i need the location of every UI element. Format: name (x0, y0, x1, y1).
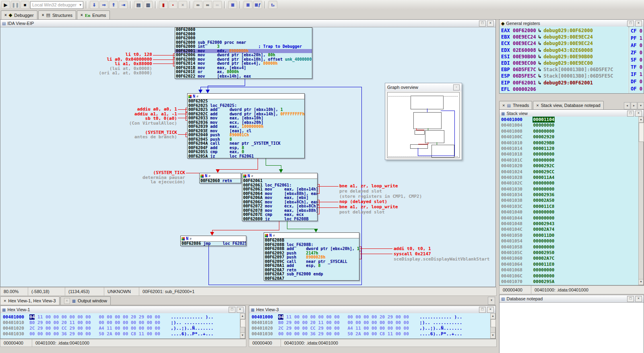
asm-line[interactable]: 00F620A7 (264, 277, 359, 281)
scroll-thumb[interactable] (639, 123, 644, 142)
register-row-esi[interactable]: ESI 00E90B00 ↳ debug029:00E90B00 (500, 53, 628, 60)
graph-node-b5[interactable]: N⇵00F62086 jmp loc_F62025 (180, 236, 246, 246)
stack-row[interactable]: 0040103C 000011C8 (501, 204, 638, 209)
stack-row[interactable]: 00401048 00002943 (501, 221, 638, 227)
graph-node-b2[interactable]: N⇵00F6202500F62025 loc_F62025:00F62025 a… (187, 93, 305, 158)
restore-button[interactable]: □ (627, 111, 634, 117)
hex-row[interactable]: 00401030 00 00 00 00 36 29 00 00 50 2A 0… (252, 331, 490, 337)
graph-node-b4[interactable]: N⇵00F6206100F62061 loc_F62061:00F62061 m… (242, 173, 318, 221)
registers-list[interactable]: EAX 00F62000 ↳ debug029:00F62000EBX 00E9… (500, 27, 628, 93)
stack-scrollbar[interactable]: ▲ ▼ (638, 117, 644, 285)
register-row-ebx[interactable]: EBX 00E9EC24 ↳ debug029:00E9EC24 (500, 34, 628, 40)
stack-row[interactable]: 00401014 00001120 (501, 146, 638, 152)
flag-row-zf[interactable]: ZF 0 (630, 49, 644, 56)
flag-row-sf[interactable]: SF 0 (630, 56, 644, 64)
asm-line[interactable]: 00F62080 jz loc_F6208B (242, 217, 317, 222)
tab-output-window[interactable]: × ▦ Output window (60, 296, 111, 305)
scroll-down-button[interactable]: ▼ (240, 332, 245, 338)
close-tab-icon[interactable]: × (536, 103, 539, 108)
asm-line[interactable]: 00F62022 mov [ebx+14h], eax (175, 74, 312, 79)
restore-button[interactable]: □ (627, 21, 634, 27)
scroll-up-button[interactable]: ▲ (240, 314, 245, 319)
scroll-up-button[interactable]: ▲ (639, 117, 643, 123)
tab-hex-views[interactable]: × Hex View-1, Hex View-3 (0, 296, 60, 305)
stack-row[interactable]: 00401040 00000000 (501, 209, 638, 215)
stack-row[interactable]: 00401058 00000000 (501, 244, 638, 250)
graph-node-b3[interactable]: N⇵00F62060 retn (199, 173, 241, 183)
flags-list[interactable]: CF 0PF 1AF 0ZF 0SF 0TF 0IF 1DF 0OF 0 (630, 27, 644, 93)
hex-row[interactable]: 00401010 B0 29 00 00 20 11 00 00 00 00 0… (252, 320, 490, 326)
stack-row[interactable]: 00401018 00000000 (501, 152, 638, 157)
close-tab-icon[interactable]: × (4, 298, 6, 303)
register-row-edi[interactable]: EDI 00E9EC00 ↳ debug029:00E9EC00 (500, 60, 628, 66)
hex-dump-3[interactable]: 00401000 04 11 00 00 00 00 00 00 00 00 0… (249, 313, 490, 339)
close-tab-icon[interactable]: × (64, 298, 70, 304)
stack-row[interactable]: 0040100C 00002920 (501, 134, 638, 140)
restore-button[interactable]: □ (479, 307, 486, 313)
asm-line[interactable]: 00F62000 (175, 32, 312, 37)
block-header[interactable]: N⇵ (242, 173, 317, 179)
stack-row[interactable]: 0040104C 00002A74 (501, 227, 638, 232)
stack-row[interactable]: 00401064 000011E0 (501, 262, 638, 267)
flag-row-af[interactable]: AF 0 (630, 42, 644, 49)
graph-node-b1[interactable]: 00F6200000F6200000F6200000F62000 sub_F62… (175, 27, 312, 79)
tab-menu-button[interactable]: ▾ (638, 102, 644, 109)
hex-dump-1[interactable]: 00401000 04 11 00 00 00 00 00 00 00 00 0… (0, 313, 240, 339)
stack-row[interactable]: 00401038 00002A50 (501, 198, 638, 203)
stack-row[interactable]: 0040106C 00000000 (501, 273, 638, 279)
flag-row-if[interactable]: IF 1 (630, 71, 644, 78)
stack-row[interactable]: 00401030 00000000 (501, 187, 638, 192)
stack-row[interactable]: 00401060 00002A7C (501, 256, 638, 261)
close-button[interactable]: × (635, 111, 642, 117)
graph-node-b6[interactable]: N⇵00F6208B00F6208B loc_F6208B:00F6208B a… (264, 232, 359, 281)
block-header[interactable]: N⇵ (200, 173, 241, 179)
stack-row[interactable]: 00401020 0000292C (501, 163, 638, 169)
asm-line[interactable]: 00F6205A jz loc_F62061 (188, 154, 304, 159)
tab-menu-button[interactable]: ▾ (488, 297, 495, 305)
graph-overview-window[interactable]: Graph overview ▫ (385, 83, 462, 160)
flag-row-of[interactable]: OF 0 (630, 85, 644, 92)
scroll-up-button[interactable]: ▲ (491, 314, 495, 319)
stack-row[interactable]: 00401034 00002936 (501, 192, 638, 198)
stack-row[interactable]: 00401010 000029B0 (501, 140, 638, 146)
register-row-ebp[interactable]: EBP 06D5FE7C ↳ Stack[000013B0]:06D5FE7C (500, 66, 628, 73)
hex-row[interactable]: 00401010 B0 29 00 00 20 11 00 00 00 00 0… (3, 320, 240, 326)
close-tab-icon[interactable]: × (502, 103, 505, 108)
hex-row[interactable]: 00401020 2C 29 00 00 CC 29 00 00 A4 11 0… (252, 326, 490, 331)
hex-row[interactable]: 00401020 2C 29 00 00 CC 29 00 00 A4 11 0… (3, 326, 240, 331)
close-button[interactable]: × (635, 296, 642, 302)
flag-row-cf[interactable]: CF 0 (630, 27, 644, 35)
overview-minimap[interactable] (387, 92, 460, 158)
asm-line[interactable]: 00F62086 jmp loc_F62025 (181, 242, 246, 246)
register-row-eax[interactable]: EAX 00F62000 ↳ debug029:00F62000 (500, 27, 628, 34)
stack-row[interactable]: 0040105C 00002950 (501, 250, 638, 256)
scroll-down-button[interactable]: ▼ (491, 332, 495, 338)
stack-list[interactable]: 00401000 0000110400401004 00000000004010… (500, 117, 638, 285)
tab-scroll-left-button[interactable]: ◂ (624, 102, 630, 109)
asm-line[interactable]: 00F62000 (175, 28, 312, 32)
stack-row[interactable]: 00401044 00000000 (501, 215, 638, 221)
flag-row-df[interactable]: DF 0 (630, 78, 644, 85)
hex-3-scrollbar[interactable]: ▲ ▼ (490, 313, 495, 339)
tab-stack-view[interactable]: × Stack view, Database notepad (533, 101, 603, 109)
stack-row[interactable]: 0040101C 00000000 (501, 158, 638, 163)
scroll-thumb[interactable] (491, 319, 496, 327)
block-header[interactable]: N⇵ (188, 94, 304, 99)
hex-row[interactable]: 00401000 04 11 00 00 00 00 00 00 00 00 0… (252, 314, 490, 320)
restore-button[interactable]: □ (229, 307, 235, 313)
stack-row[interactable]: 00401050 000011D0 (501, 233, 638, 238)
tab-threads[interactable]: × ▤ Threads (499, 101, 532, 109)
flag-row-tf[interactable]: TF 0 (630, 64, 644, 71)
register-row-esp[interactable]: ESP 06D5FE5C ↳ Stack[000013B0]:06D5FE5C (500, 73, 628, 79)
stack-row[interactable]: 00401054 00000000 (501, 238, 638, 244)
scroll-down-button[interactable]: ▼ (639, 279, 643, 285)
register-row-eip[interactable]: EIP 00F62001 ↳ debug029:00F62001 (500, 80, 628, 86)
block-header[interactable]: N⇵ (181, 236, 246, 242)
close-button[interactable]: × (487, 307, 494, 313)
close-button[interactable]: × (635, 21, 642, 27)
register-row-efl[interactable]: EFL 00000206 (500, 86, 628, 92)
register-row-edx[interactable]: EDX 02E60008 ↳ debug043:02E60008 (500, 47, 628, 53)
stack-row[interactable]: 00401070 0000295A (501, 279, 638, 285)
hex-row[interactable]: 00401000 04 11 00 00 00 00 00 00 00 00 0… (3, 314, 240, 320)
register-row-ecx[interactable]: ECX 00E9EC24 ↳ debug029:00E9EC24 (500, 40, 628, 47)
